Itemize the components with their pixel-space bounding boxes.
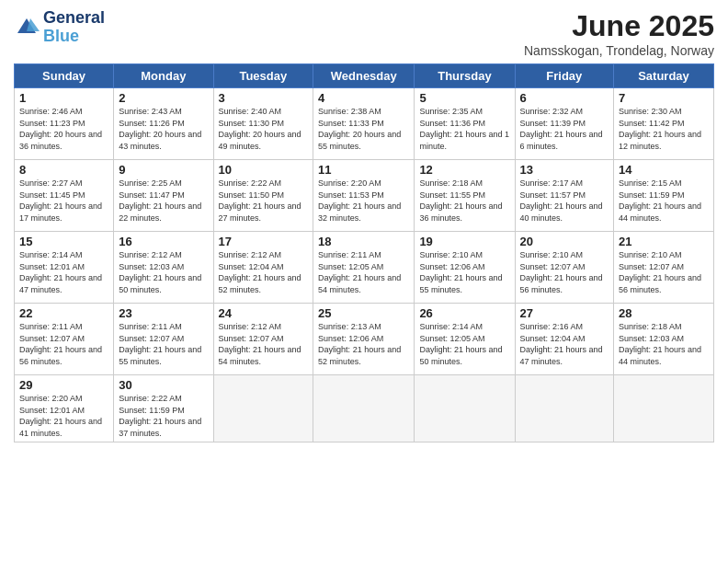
day-number: 25 — [318, 306, 409, 320]
day-info: Sunrise: 2:30 AM Sunset: 11:42 PM Daylig… — [619, 106, 709, 152]
day-number: 11 — [318, 163, 409, 177]
calendar-cell: 19 Sunrise: 2:10 AM Sunset: 12:06 AM Day… — [415, 232, 515, 304]
day-number: 23 — [119, 306, 208, 320]
day-number: 1 — [19, 91, 108, 105]
calendar-cell: 14 Sunrise: 2:15 AM Sunset: 11:59 PM Day… — [614, 160, 714, 232]
calendar-cell: 2 Sunrise: 2:43 AM Sunset: 11:26 PM Dayl… — [114, 88, 213, 160]
day-number: 18 — [318, 235, 409, 248]
calendar-cell: 27 Sunrise: 2:16 AM Sunset: 12:04 AM Day… — [515, 304, 614, 375]
calendar-cell: 25 Sunrise: 2:13 AM Sunset: 12:06 AM Day… — [313, 304, 415, 375]
day-info: Sunrise: 2:11 AM Sunset: 12:07 AM Daylig… — [119, 321, 208, 367]
day-info: Sunrise: 2:20 AM Sunset: 12:01 AM Daylig… — [19, 393, 108, 439]
day-info: Sunrise: 2:38 AM Sunset: 11:33 PM Daylig… — [318, 106, 409, 152]
day-number: 14 — [619, 163, 709, 177]
day-info: Sunrise: 2:35 AM Sunset: 11:36 PM Daylig… — [419, 106, 509, 152]
day-info: Sunrise: 2:43 AM Sunset: 11:26 PM Daylig… — [119, 106, 208, 152]
day-number: 29 — [19, 378, 108, 392]
title-block: June 2025 Namsskogan, Trondelag, Norway — [524, 9, 714, 58]
calendar-cell — [515, 375, 614, 442]
calendar-cell: 30 Sunrise: 2:22 AM Sunset: 11:59 PM Day… — [114, 375, 213, 442]
calendar-week-4: 22 Sunrise: 2:11 AM Sunset: 12:07 AM Day… — [15, 304, 714, 375]
day-number: 7 — [619, 91, 709, 105]
day-number: 5 — [419, 91, 509, 105]
calendar-cell: 10 Sunrise: 2:22 AM Sunset: 11:50 PM Day… — [213, 160, 313, 232]
day-info: Sunrise: 2:14 AM Sunset: 12:05 AM Daylig… — [419, 321, 509, 367]
day-header-tuesday: Tuesday — [213, 64, 313, 88]
calendar-cell — [213, 375, 313, 442]
day-number: 27 — [520, 306, 609, 320]
day-info: Sunrise: 2:16 AM Sunset: 12:04 AM Daylig… — [520, 321, 609, 367]
calendar-cell: 26 Sunrise: 2:14 AM Sunset: 12:05 AM Day… — [415, 304, 515, 375]
calendar-cell: 24 Sunrise: 2:12 AM Sunset: 12:07 AM Day… — [213, 304, 313, 375]
day-info: Sunrise: 2:11 AM Sunset: 12:05 AM Daylig… — [318, 249, 409, 295]
day-info: Sunrise: 2:15 AM Sunset: 11:59 PM Daylig… — [619, 178, 709, 224]
day-info: Sunrise: 2:10 AM Sunset: 12:06 AM Daylig… — [419, 249, 509, 295]
calendar-header-row: SundayMondayTuesdayWednesdayThursdayFrid… — [15, 64, 714, 88]
day-info: Sunrise: 2:25 AM Sunset: 11:47 PM Daylig… — [119, 178, 208, 224]
day-info: Sunrise: 2:12 AM Sunset: 12:03 AM Daylig… — [119, 249, 208, 295]
svg-marker-1 — [27, 18, 40, 31]
calendar-cell: 20 Sunrise: 2:10 AM Sunset: 12:07 AM Day… — [515, 232, 614, 304]
calendar-cell: 8 Sunrise: 2:27 AM Sunset: 11:45 PM Dayl… — [15, 160, 114, 232]
day-header-wednesday: Wednesday — [313, 64, 415, 88]
day-number: 6 — [520, 91, 609, 105]
day-header-friday: Friday — [515, 64, 614, 88]
calendar-cell: 1 Sunrise: 2:46 AM Sunset: 11:23 PM Dayl… — [15, 88, 114, 160]
calendar-cell: 7 Sunrise: 2:30 AM Sunset: 11:42 PM Dayl… — [614, 88, 714, 160]
day-header-sunday: Sunday — [15, 64, 114, 88]
calendar-week-3: 15 Sunrise: 2:14 AM Sunset: 12:01 AM Day… — [15, 232, 714, 304]
day-info: Sunrise: 2:22 AM Sunset: 11:50 PM Daylig… — [219, 178, 309, 224]
logo-text: General Blue — [43, 9, 105, 46]
day-number: 4 — [318, 91, 409, 105]
day-header-thursday: Thursday — [415, 64, 515, 88]
calendar-cell: 29 Sunrise: 2:20 AM Sunset: 12:01 AM Day… — [15, 375, 114, 442]
day-number: 21 — [619, 235, 709, 248]
day-number: 26 — [419, 306, 509, 320]
calendar-cell: 11 Sunrise: 2:20 AM Sunset: 11:53 PM Day… — [313, 160, 415, 232]
main-title: June 2025 — [524, 9, 714, 43]
day-number: 16 — [119, 235, 208, 248]
day-header-monday: Monday — [114, 64, 213, 88]
day-info: Sunrise: 2:27 AM Sunset: 11:45 PM Daylig… — [19, 178, 108, 224]
day-info: Sunrise: 2:40 AM Sunset: 11:30 PM Daylig… — [219, 106, 309, 152]
day-number: 9 — [119, 163, 208, 177]
day-number: 20 — [520, 235, 609, 248]
calendar-cell: 22 Sunrise: 2:11 AM Sunset: 12:07 AM Day… — [15, 304, 114, 375]
day-info: Sunrise: 2:11 AM Sunset: 12:07 AM Daylig… — [19, 321, 108, 367]
day-number: 30 — [119, 378, 208, 392]
day-number: 10 — [219, 163, 309, 177]
calendar-cell: 13 Sunrise: 2:17 AM Sunset: 11:57 PM Day… — [515, 160, 614, 232]
day-info: Sunrise: 2:22 AM Sunset: 11:59 PM Daylig… — [119, 393, 208, 439]
day-info: Sunrise: 2:10 AM Sunset: 12:07 AM Daylig… — [619, 249, 709, 295]
calendar-cell: 15 Sunrise: 2:14 AM Sunset: 12:01 AM Day… — [15, 232, 114, 304]
day-number: 13 — [520, 163, 609, 177]
calendar-cell: 4 Sunrise: 2:38 AM Sunset: 11:33 PM Dayl… — [313, 88, 415, 160]
calendar-cell: 21 Sunrise: 2:10 AM Sunset: 12:07 AM Day… — [614, 232, 714, 304]
logo-icon — [14, 15, 40, 40]
day-number: 3 — [219, 91, 309, 105]
day-number: 28 — [619, 306, 709, 320]
day-info: Sunrise: 2:14 AM Sunset: 12:01 AM Daylig… — [19, 249, 108, 295]
header: General Blue June 2025 Namsskogan, Trond… — [14, 9, 714, 58]
day-number: 24 — [219, 306, 309, 320]
page: General Blue June 2025 Namsskogan, Trond… — [0, 0, 728, 563]
calendar-cell: 3 Sunrise: 2:40 AM Sunset: 11:30 PM Dayl… — [213, 88, 313, 160]
day-info: Sunrise: 2:18 AM Sunset: 12:03 AM Daylig… — [619, 321, 709, 367]
day-number: 2 — [119, 91, 208, 105]
calendar-cell: 16 Sunrise: 2:12 AM Sunset: 12:03 AM Day… — [114, 232, 213, 304]
day-number: 15 — [19, 235, 108, 248]
calendar-week-5: 29 Sunrise: 2:20 AM Sunset: 12:01 AM Day… — [15, 375, 714, 442]
day-info: Sunrise: 2:13 AM Sunset: 12:06 AM Daylig… — [318, 321, 409, 367]
calendar-cell: 12 Sunrise: 2:18 AM Sunset: 11:55 PM Day… — [415, 160, 515, 232]
logo: General Blue — [14, 9, 105, 46]
calendar-cell: 17 Sunrise: 2:12 AM Sunset: 12:04 AM Day… — [213, 232, 313, 304]
day-info: Sunrise: 2:20 AM Sunset: 11:53 PM Daylig… — [318, 178, 409, 224]
day-header-saturday: Saturday — [614, 64, 714, 88]
calendar-cell — [614, 375, 714, 442]
day-info: Sunrise: 2:18 AM Sunset: 11:55 PM Daylig… — [419, 178, 509, 224]
day-number: 8 — [19, 163, 108, 177]
day-info: Sunrise: 2:17 AM Sunset: 11:57 PM Daylig… — [520, 178, 609, 224]
calendar-cell — [313, 375, 415, 442]
calendar-cell — [415, 375, 515, 442]
day-info: Sunrise: 2:46 AM Sunset: 11:23 PM Daylig… — [19, 106, 108, 152]
